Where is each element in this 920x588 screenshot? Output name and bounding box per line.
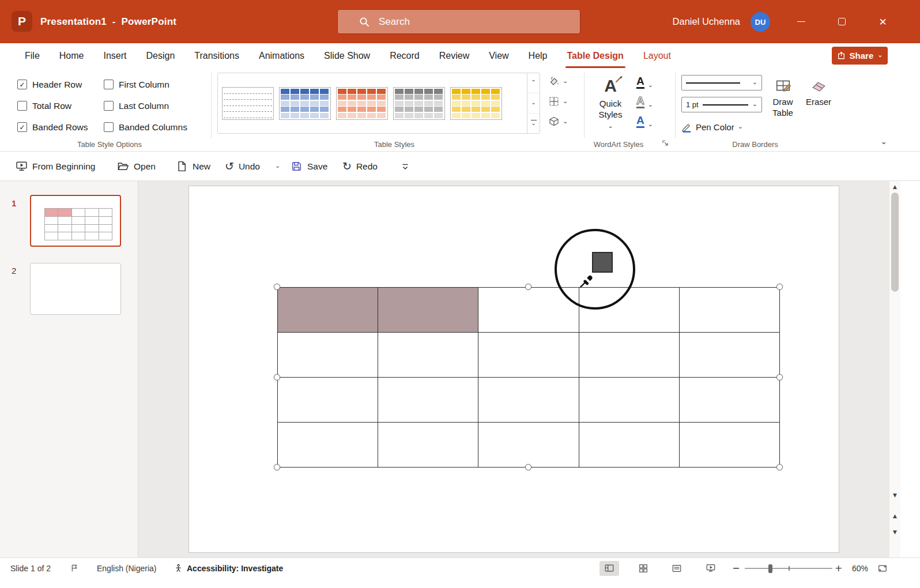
table-cell-r4c5[interactable] — [680, 423, 779, 467]
resize-handle-middle-right[interactable] — [776, 374, 783, 380]
gallery-more-button[interactable]: ⌄ — [527, 113, 540, 133]
slide-indicator[interactable]: Slide 1 of 2 — [10, 558, 51, 578]
minimize-button[interactable] — [787, 0, 815, 43]
scroll-up-button[interactable]: ▲ — [889, 184, 900, 190]
checkbox-header-row[interactable]: ✓ — [17, 80, 27, 89]
qat-overflow-button[interactable] — [400, 152, 410, 181]
new-button[interactable]: New — [176, 152, 210, 181]
scroll-down-button[interactable]: ▼ — [889, 492, 900, 498]
tab-record[interactable]: Record — [380, 43, 429, 68]
slide-table[interactable] — [277, 287, 780, 468]
table-cell-r3c4[interactable] — [579, 378, 679, 422]
borders-button[interactable]: ⌄ — [546, 94, 570, 109]
tab-transitions[interactable]: Transitions — [184, 43, 249, 68]
table-cell-r2c1[interactable] — [278, 333, 378, 377]
checkbox-banded-rows[interactable]: ✓ — [17, 122, 27, 132]
pen-color-button[interactable]: Pen Color ⌄ — [681, 119, 743, 135]
tab-table-design[interactable]: Table Design — [557, 43, 634, 68]
resize-handle-top-right[interactable] — [776, 284, 783, 290]
resize-handle-middle-left[interactable] — [274, 374, 280, 380]
table-cell-r4c2[interactable] — [378, 423, 478, 467]
tab-view[interactable]: View — [479, 43, 518, 68]
table-cell-r1c1[interactable] — [278, 288, 378, 332]
quick-styles-button[interactable]: A Quick Styles ⌄ — [593, 73, 628, 138]
checkbox-total-row[interactable] — [17, 101, 27, 111]
resize-handle-bottom-right[interactable] — [776, 464, 783, 470]
close-button[interactable]: ✕ — [869, 0, 896, 43]
resize-handle-top-middle[interactable] — [525, 284, 531, 290]
draw-table-button[interactable]: Draw Table — [767, 73, 799, 138]
slide-sorter-view-button[interactable] — [634, 561, 653, 576]
search-box[interactable]: Search — [337, 9, 580, 34]
text-fill-button[interactable]: A ⌄ — [635, 74, 654, 89]
gallery-scroll-down-button[interactable]: ⌄ — [527, 93, 540, 113]
table-style-plain[interactable] — [222, 87, 274, 120]
share-button[interactable]: Share ⌄ — [832, 47, 888, 65]
pen-style-combobox[interactable]: ⌄ — [681, 75, 762, 91]
slide-show-view-button[interactable] — [701, 561, 721, 576]
powerpoint-logo-icon[interactable]: P — [12, 11, 32, 32]
user-name[interactable]: Daniel Uchenna — [673, 0, 740, 43]
table-cell-r4c1[interactable] — [278, 423, 378, 467]
wordart-dialog-launcher[interactable] — [661, 139, 670, 148]
tab-slide-show[interactable]: Slide Show — [314, 43, 380, 68]
zoom-out-button[interactable]: − — [732, 558, 740, 578]
effects-button[interactable]: ⌄ — [546, 114, 570, 129]
tab-animations[interactable]: Animations — [249, 43, 314, 68]
tab-file[interactable]: File — [15, 43, 50, 68]
tab-insert[interactable]: Insert — [93, 43, 136, 68]
resize-handle-bottom-middle[interactable] — [525, 464, 531, 470]
table-cell-r1c2[interactable] — [378, 288, 478, 332]
slide-1-thumbnail[interactable] — [30, 195, 121, 247]
resize-handle-bottom-left[interactable] — [274, 464, 280, 470]
flag-icon[interactable] — [70, 558, 79, 578]
table-style-gray[interactable] — [393, 87, 445, 120]
table-cell-r3c3[interactable] — [478, 378, 578, 422]
option-first-column[interactable]: First Column — [104, 74, 190, 95]
previous-slide-button[interactable]: ▲ — [889, 513, 900, 519]
table-cell-r1c5[interactable] — [680, 288, 779, 332]
slide-2-thumbnail[interactable] — [30, 263, 121, 315]
table-style-blue[interactable] — [279, 87, 331, 120]
zoom-in-button[interactable]: + — [835, 558, 842, 578]
table-style-orange[interactable] — [336, 87, 388, 120]
tab-home[interactable]: Home — [50, 43, 94, 68]
option-total-row[interactable]: Total Row — [17, 95, 104, 116]
language-status[interactable]: English (Nigeria) — [97, 558, 156, 578]
option-banded-columns[interactable]: Banded Columns — [104, 116, 190, 138]
table-cell-r3c2[interactable] — [378, 378, 478, 422]
table-cell-r4c3[interactable] — [478, 423, 578, 467]
zoom-slider[interactable] — [745, 568, 832, 569]
table-cell-r2c3[interactable] — [478, 333, 578, 377]
checkbox-banded-columns[interactable] — [104, 122, 114, 132]
table-cell-r4c4[interactable] — [579, 423, 679, 467]
save-button[interactable]: Save — [291, 152, 327, 181]
tab-help[interactable]: Help — [519, 43, 557, 68]
option-header-row[interactable]: ✓Header Row — [17, 74, 104, 95]
vertical-scrollbar[interactable]: ▲ ▼ ▲ ▼ — [889, 181, 900, 557]
normal-view-button[interactable] — [599, 561, 619, 576]
table-cell-r2c4[interactable] — [579, 333, 679, 377]
table-style-yellow[interactable] — [450, 87, 502, 120]
gallery-scroll-up-button[interactable]: ⌃ — [527, 73, 540, 93]
zoom-slider-thumb[interactable] — [768, 564, 772, 573]
from-beginning-button[interactable]: From Beginning — [16, 152, 95, 181]
fit-to-window-button[interactable] — [877, 558, 888, 578]
eraser-button[interactable]: Eraser — [802, 73, 835, 138]
reading-view-button[interactable] — [667, 561, 687, 576]
undo-button[interactable]: ↺ Undo — [225, 152, 260, 181]
shading-button[interactable]: ⌄ — [546, 74, 570, 89]
next-slide-button[interactable]: ▼ — [889, 529, 900, 535]
collapse-ribbon-button[interactable]: ⌄ — [876, 135, 891, 148]
accessibility-status[interactable]: Accessibility: Investigate — [187, 558, 283, 578]
text-effects-button[interactable]: A ⌄ — [635, 113, 654, 128]
pen-weight-combobox[interactable]: 1 pt ⌄ — [681, 97, 762, 112]
avatar[interactable]: DU — [751, 12, 770, 32]
table-cell-r3c1[interactable] — [278, 378, 378, 422]
option-last-column[interactable]: Last Column — [104, 95, 190, 116]
undo-dropdown-button[interactable]: ⌄ — [275, 152, 280, 181]
redo-button[interactable]: ↻ Redo — [342, 152, 378, 181]
slide[interactable] — [188, 186, 839, 553]
open-button[interactable]: Open — [117, 152, 156, 181]
scrollbar-thumb[interactable] — [891, 193, 899, 292]
